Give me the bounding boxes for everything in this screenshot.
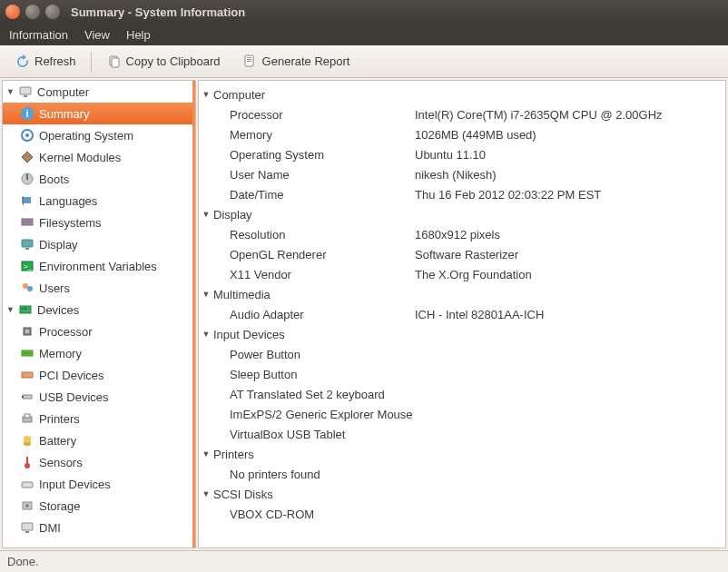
boots-icon — [19, 171, 35, 187]
chevron-down-icon: ▼ — [199, 449, 213, 459]
tree-item-usb-devices[interactable]: USB Devices — [3, 386, 195, 408]
content-group[interactable]: ▼Input Devices — [199, 324, 725, 344]
tree-item-label: Display — [39, 238, 78, 251]
svg-rect-27 — [25, 308, 26, 310]
tree-item-label: Summary — [39, 107, 90, 121]
tree-item-label: Environment Variables — [39, 260, 157, 273]
menu-information[interactable]: Information — [9, 28, 68, 42]
group-label: Printers — [213, 448, 254, 461]
tree-item-storage[interactable]: Storage — [3, 495, 195, 517]
environment-variables-icon: >_ — [19, 258, 35, 274]
detail-key: VBOX CD-ROM — [199, 508, 415, 521]
svg-rect-3 — [247, 57, 251, 58]
tree-item-operating-system[interactable]: Operating System — [3, 124, 195, 146]
detail-key: OpenGL Renderer — [199, 248, 415, 261]
pci-devices-icon — [19, 367, 35, 383]
detail-row[interactable]: Memory1026MB (449MB used) — [199, 124, 725, 144]
detail-row[interactable]: ProcessorIntel(R) Core(TM) i7-2635QM CPU… — [199, 104, 725, 124]
detail-row[interactable]: User Namenikesh (Nikesh) — [199, 164, 725, 184]
tree-item-pci-devices[interactable]: PCI Devices — [3, 364, 195, 386]
tree-group-computer[interactable]: ▼Computer — [3, 81, 195, 103]
computer-icon — [17, 84, 34, 100]
detail-row[interactable]: Sleep Button — [199, 364, 725, 384]
svg-rect-48 — [25, 531, 29, 533]
close-icon[interactable] — [5, 5, 20, 19]
content-group[interactable]: ▼SCSI Disks — [199, 484, 725, 504]
detail-row[interactable]: Date/TimeThu 16 Feb 2012 02:03:22 PM EST — [199, 184, 725, 204]
sidebar-scrollbar[interactable] — [192, 81, 195, 547]
detail-row[interactable]: ImExPS/2 Generic Explorer Mouse — [199, 404, 725, 424]
tree-item-languages[interactable]: Languages — [3, 190, 195, 212]
minimize-icon[interactable] — [25, 5, 40, 19]
svg-point-41 — [24, 442, 31, 446]
tree-item-label: Processor — [39, 325, 93, 339]
detail-row[interactable]: AT Translated Set 2 keyboard — [199, 384, 725, 404]
usb-devices-icon — [19, 389, 35, 405]
svg-rect-32 — [26, 352, 28, 354]
memory-icon — [19, 345, 35, 361]
group-label: SCSI Disks — [213, 488, 273, 501]
svg-rect-1 — [112, 58, 119, 67]
detail-row[interactable]: X11 VendorThe X.Org Foundation — [199, 264, 725, 284]
svg-rect-16 — [23, 196, 24, 205]
tree-group-devices[interactable]: ▼Devices — [3, 299, 195, 321]
svg-rect-29 — [25, 330, 29, 333]
detail-row[interactable]: Operating SystemUbuntu 11.10 — [199, 144, 725, 164]
tree-item-boots[interactable]: Boots — [3, 168, 195, 190]
detail-row[interactable]: Audio AdapterICH - Intel 82801AA-ICH — [199, 304, 725, 324]
group-label: Input Devices — [213, 328, 285, 341]
report-button[interactable]: Generate Report — [235, 50, 358, 74]
detail-row[interactable]: OpenGL RendererSoftware Rasterizer — [199, 244, 725, 264]
detail-row[interactable]: VBOX CD-ROM — [199, 504, 725, 524]
copy-button[interactable]: Copy to Clipboard — [99, 50, 228, 74]
tree-item-sensors[interactable]: Sensors — [3, 451, 195, 473]
refresh-button[interactable]: Refresh — [7, 50, 84, 74]
content-group[interactable]: ▼Printers — [199, 444, 725, 464]
content-group[interactable]: ▼Multimedia — [199, 284, 725, 304]
tree-item-users[interactable]: Users — [3, 277, 195, 299]
tree-item-memory[interactable]: Memory — [3, 342, 195, 364]
printers-icon — [19, 410, 35, 427]
menu-view[interactable]: View — [84, 28, 110, 42]
tree-item-processor[interactable]: Processor — [3, 321, 195, 342]
sensors-icon — [19, 454, 35, 470]
detail-key: Date/Time — [199, 188, 415, 202]
detail-row[interactable]: VirtualBox USB Tablet — [199, 424, 725, 444]
tree-item-label: Sensors — [39, 456, 83, 469]
tree-item-filesystems[interactable]: Filesystems — [3, 212, 195, 233]
sidebar[interactable]: ▼ComputeriSummaryOperating SystemKernel … — [2, 80, 196, 548]
tree-item-display[interactable]: Display — [3, 233, 195, 255]
tree-item-battery[interactable]: Battery — [3, 429, 195, 451]
window-title: Summary - System Information — [71, 5, 245, 19]
svg-point-46 — [25, 504, 29, 508]
detail-key: ImExPS/2 Generic Explorer Mouse — [199, 408, 415, 421]
tree-item-kernel-modules[interactable]: Kernel Modules — [3, 146, 195, 168]
svg-rect-19 — [22, 240, 33, 247]
summary-icon: i — [19, 105, 35, 122]
content-panel[interactable]: ▼ComputerProcessorIntel(R) Core(TM) i7-2… — [198, 80, 726, 548]
toolbar-separator — [91, 52, 92, 72]
tree-item-summary[interactable]: iSummary — [3, 103, 195, 124]
report-label: Generate Report — [262, 54, 350, 68]
detail-key: Sleep Button — [199, 368, 415, 381]
detail-row[interactable]: No printers found — [199, 464, 725, 484]
group-label: Multimedia — [213, 288, 271, 301]
svg-rect-36 — [22, 396, 24, 398]
tree-item-label: Filesystems — [39, 216, 102, 230]
detail-row[interactable]: Resolution1680x912 pixels — [199, 224, 725, 244]
menu-help[interactable]: Help — [126, 28, 151, 42]
refresh-icon — [15, 54, 31, 70]
detail-key: Resolution — [199, 228, 415, 242]
detail-key: Operating System — [199, 148, 415, 162]
tree-item-input-devices[interactable]: Input Devices — [3, 473, 195, 495]
content-group[interactable]: ▼Display — [199, 204, 725, 224]
detail-row[interactable]: Power Button — [199, 344, 725, 364]
detail-key: Power Button — [199, 348, 415, 361]
tree-item-label: DMI — [39, 521, 61, 535]
tree-item-environment-variables[interactable]: >_Environment Variables — [3, 255, 195, 277]
tree-item-label: Operating System — [39, 129, 133, 143]
maximize-icon[interactable] — [45, 5, 60, 19]
tree-item-printers[interactable]: Printers — [3, 408, 195, 429]
content-group[interactable]: ▼Computer — [199, 84, 725, 104]
tree-item-dmi[interactable]: DMI — [3, 517, 195, 538]
